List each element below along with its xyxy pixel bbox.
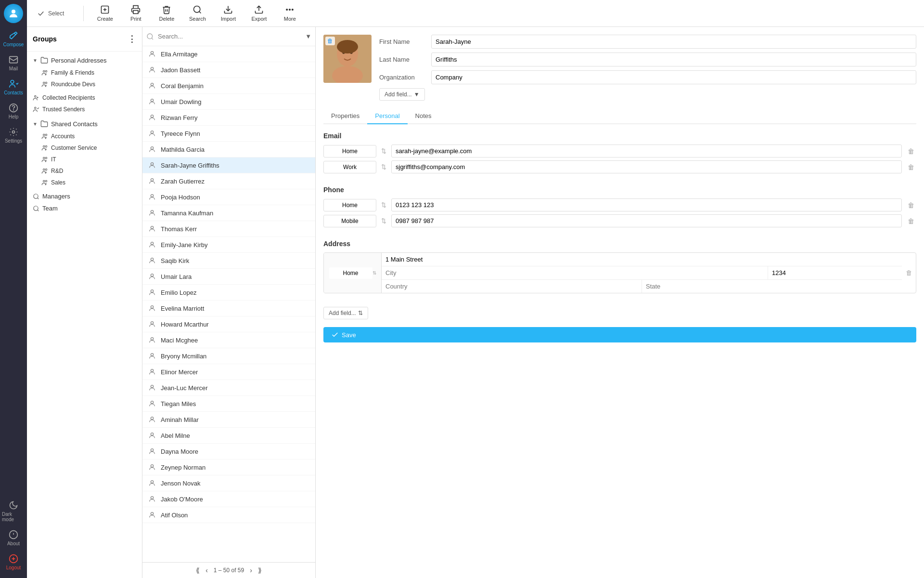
group-child-rd[interactable]: R&D xyxy=(27,165,142,177)
contacts-search-input[interactable] xyxy=(154,27,305,46)
group-trusted[interactable]: Trusted Senders xyxy=(27,104,142,115)
contact-name: Jean-Luc Mercer xyxy=(161,384,208,392)
sidebar-item-about[interactable]: About xyxy=(0,526,27,550)
contact-add-field-button[interactable]: Add field... ⇅ xyxy=(323,307,368,319)
first-name-input[interactable] xyxy=(431,35,916,49)
group-child-customer-service[interactable]: Customer Service xyxy=(27,142,142,154)
contact-name: Atif Olson xyxy=(161,512,188,519)
group-child-roundcube[interactable]: Roundcube Devs xyxy=(27,79,142,90)
list-item[interactable]: Jakob O'Moore xyxy=(142,491,315,507)
sidebar-item-mail[interactable]: Mail xyxy=(0,51,27,75)
photo-delete-button[interactable]: 🗑 xyxy=(325,37,335,45)
tab-properties[interactable]: Properties xyxy=(323,108,367,124)
address-state-input[interactable] xyxy=(642,280,902,293)
export-button[interactable]: Export xyxy=(249,5,269,22)
list-item[interactable]: Dayna Moore xyxy=(142,444,315,460)
delete-button[interactable]: Delete xyxy=(157,5,176,22)
last-name-input[interactable] xyxy=(431,53,916,66)
contact-name: Maci Mcghee xyxy=(161,337,198,344)
svg-point-32 xyxy=(45,134,47,136)
list-item[interactable]: Abel Milne xyxy=(142,428,315,444)
save-button[interactable]: Save xyxy=(323,327,916,342)
group-parent-shared[interactable]: ▼ Shared Contacts xyxy=(27,117,142,131)
group-child-accounts[interactable]: Accounts xyxy=(27,131,142,142)
list-item[interactable]: Tiegan Miles xyxy=(142,396,315,412)
list-item[interactable]: Umair Lara xyxy=(142,269,315,285)
search-dropdown-arrow[interactable]: ▼ xyxy=(305,33,311,40)
list-item[interactable]: Bryony Mcmillan xyxy=(142,348,315,364)
list-item[interactable]: Thomas Kerr xyxy=(142,221,315,237)
sidebar-item-logout[interactable]: Logout xyxy=(0,550,27,574)
contact-add-field-area: Add field... ⇅ xyxy=(323,307,916,319)
list-item[interactable]: Umair Dowling xyxy=(142,94,315,110)
pagination-next-button[interactable]: › xyxy=(250,566,252,574)
email-type-1-select[interactable]: WorkHomeOther xyxy=(323,161,376,173)
phone-type-0-select[interactable]: HomeWorkMobile xyxy=(323,199,376,211)
list-item[interactable]: Zeynep Norman xyxy=(142,460,315,475)
more-button[interactable]: More xyxy=(280,5,299,22)
list-item[interactable]: Zarah Gutierrez xyxy=(142,173,315,189)
group-parent-personal[interactable]: ▼ Personal Addresses xyxy=(27,53,142,67)
email-value-0-input[interactable] xyxy=(391,144,902,158)
phone-delete-1-button[interactable]: 🗑 xyxy=(906,215,916,227)
address-zip-input[interactable] xyxy=(768,266,902,279)
list-item[interactable]: Rizwan Ferry xyxy=(142,110,315,126)
email-delete-1-button[interactable]: 🗑 xyxy=(906,161,916,173)
groups-menu-button[interactable]: ⋮ xyxy=(128,34,136,44)
list-item[interactable]: Ella Armitage xyxy=(142,46,315,62)
list-item[interactable]: Jenson Novak xyxy=(142,475,315,491)
list-item[interactable]: Mathilda Garcia xyxy=(142,142,315,158)
pagination-last-button[interactable]: ⟫ xyxy=(258,566,262,574)
list-item[interactable]: Tamanna Kaufman xyxy=(142,205,315,221)
address-country-input[interactable] xyxy=(382,280,642,293)
group-search-team[interactable]: Team xyxy=(27,202,142,214)
address-city-input[interactable] xyxy=(382,266,768,279)
email-type-0-select[interactable]: HomeWorkOther xyxy=(323,145,376,158)
people-icon xyxy=(41,168,48,174)
list-item[interactable]: Sarah-Jayne Griffiths xyxy=(142,158,315,173)
tab-notes[interactable]: Notes xyxy=(408,108,439,124)
pagination-first-button[interactable]: ⟪ xyxy=(196,566,200,574)
address-street-input[interactable] xyxy=(382,253,902,266)
list-item[interactable]: Coral Benjamin xyxy=(142,78,315,94)
sidebar-item-darkmode[interactable]: Dark mode xyxy=(0,497,27,526)
list-item[interactable]: Emily-Jane Kirby xyxy=(142,237,315,253)
sidebar-item-compose[interactable]: Compose xyxy=(0,27,27,51)
list-item[interactable]: Maci Mcghee xyxy=(142,332,315,348)
group-child-it[interactable]: IT xyxy=(27,154,142,165)
list-item[interactable]: Atif Olson xyxy=(142,507,315,523)
list-item[interactable]: Jadon Bassett xyxy=(142,62,315,78)
print-button[interactable]: Print xyxy=(126,5,145,22)
list-item[interactable]: Pooja Hodson xyxy=(142,189,315,205)
organization-input[interactable] xyxy=(431,70,916,84)
list-item[interactable]: Elinor Mercer xyxy=(142,364,315,380)
email-value-1-input[interactable] xyxy=(391,160,902,173)
group-search-managers[interactable]: Managers xyxy=(27,190,142,202)
phone-value-1-input[interactable] xyxy=(391,214,902,227)
list-item[interactable]: Tyreece Flynn xyxy=(142,126,315,142)
group-collected[interactable]: Collected Recipients xyxy=(27,92,142,104)
tab-personal[interactable]: Personal xyxy=(367,108,407,124)
create-button[interactable]: Create xyxy=(95,5,115,22)
pagination-prev-button[interactable]: ‹ xyxy=(205,566,208,574)
address-delete-0-button[interactable]: 🗑 xyxy=(902,253,916,293)
address-type-0-select[interactable]: HomeWorkOther xyxy=(329,267,372,279)
email-delete-0-button[interactable]: 🗑 xyxy=(906,145,916,157)
search-button[interactable]: Search xyxy=(188,5,207,22)
list-item[interactable]: Evelina Marriott xyxy=(142,301,315,316)
phone-delete-0-button[interactable]: 🗑 xyxy=(906,199,916,211)
list-item[interactable]: Emilio Lopez xyxy=(142,285,315,301)
list-item[interactable]: Jean-Luc Mercer xyxy=(142,380,315,396)
list-item[interactable]: Aminah Millar xyxy=(142,412,315,428)
list-item[interactable]: Howard Mcarthur xyxy=(142,316,315,332)
phone-value-0-input[interactable] xyxy=(391,198,902,211)
phone-type-1-select[interactable]: MobileHomeWork xyxy=(323,215,376,227)
sidebar-item-help[interactable]: Help xyxy=(0,99,27,123)
list-item[interactable]: Saqib Kirk xyxy=(142,253,315,269)
add-field-button[interactable]: Add field... ▼ xyxy=(379,88,425,101)
group-child-family[interactable]: Family & Friends xyxy=(27,67,142,79)
sidebar-item-settings[interactable]: Settings xyxy=(0,123,27,147)
sidebar-item-contacts[interactable]: Contacts xyxy=(0,75,27,99)
group-child-sales[interactable]: Sales xyxy=(27,177,142,188)
import-button[interactable]: Import xyxy=(218,5,238,22)
